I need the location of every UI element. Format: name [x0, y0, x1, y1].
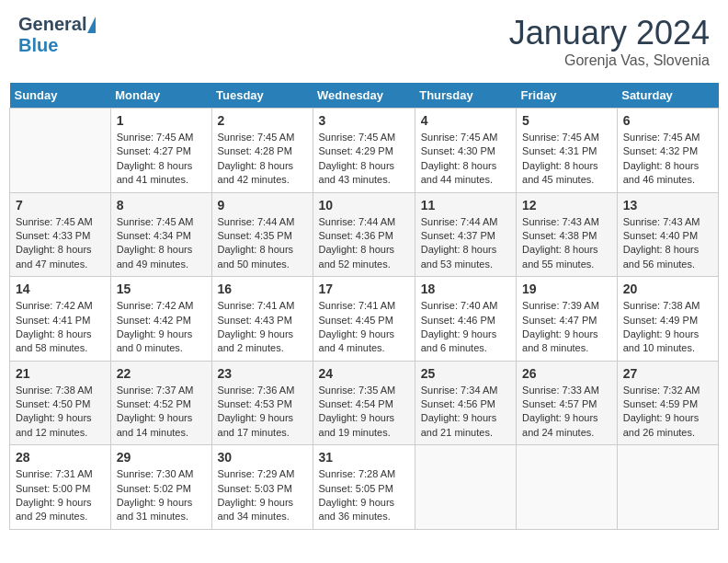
day-info: Sunrise: 7:38 AM Sunset: 4:50 PM Dayligh…: [16, 384, 105, 441]
day-info: Sunrise: 7:38 AM Sunset: 4:49 PM Dayligh…: [623, 299, 712, 356]
day-number: 2: [218, 113, 307, 128]
day-info: Sunrise: 7:37 AM Sunset: 4:52 PM Dayligh…: [117, 384, 206, 441]
calendar-cell: 13Sunrise: 7:43 AM Sunset: 4:40 PM Dayli…: [617, 192, 718, 277]
day-info: Sunrise: 7:45 AM Sunset: 4:27 PM Dayligh…: [117, 131, 206, 188]
calendar-cell: 23Sunrise: 7:36 AM Sunset: 4:53 PM Dayli…: [211, 361, 313, 445]
calendar-cell: 22Sunrise: 7:37 AM Sunset: 4:52 PM Dayli…: [110, 361, 211, 445]
page-container: General Blue January 2024 Gorenja Vas, S…: [9, 9, 719, 530]
calendar-cell: 30Sunrise: 7:29 AM Sunset: 5:03 PM Dayli…: [211, 445, 313, 530]
day-number: 10: [319, 198, 409, 213]
day-number: 18: [421, 282, 510, 296]
day-info: Sunrise: 7:43 AM Sunset: 4:38 PM Dayligh…: [522, 215, 611, 272]
calendar-cell: [617, 445, 718, 530]
day-number: 19: [522, 282, 611, 296]
day-number: 26: [522, 366, 611, 381]
calendar-cell: 5Sunrise: 7:45 AM Sunset: 4:31 PM Daylig…: [517, 109, 618, 193]
calendar-cell: 7Sunrise: 7:45 AM Sunset: 4:33 PM Daylig…: [10, 192, 111, 277]
day-info: Sunrise: 7:28 AM Sunset: 5:05 PM Dayligh…: [319, 467, 409, 524]
day-number: 4: [421, 113, 510, 128]
day-info: Sunrise: 7:30 AM Sunset: 5:02 PM Dayligh…: [117, 467, 206, 524]
logo-general-text: General: [18, 14, 86, 35]
header-wednesday: Wednesday: [313, 83, 415, 109]
calendar-cell: 16Sunrise: 7:41 AM Sunset: 4:43 PM Dayli…: [211, 277, 313, 362]
day-number: 27: [623, 366, 712, 381]
location: Gorenja Vas, Slovenia: [509, 52, 710, 69]
calendar-cell: 17Sunrise: 7:41 AM Sunset: 4:45 PM Dayli…: [313, 277, 415, 362]
day-number: 29: [117, 450, 206, 465]
calendar-cell: 11Sunrise: 7:44 AM Sunset: 4:37 PM Dayli…: [415, 192, 516, 277]
calendar-cell: 31Sunrise: 7:28 AM Sunset: 5:05 PM Dayli…: [313, 445, 415, 530]
day-info: Sunrise: 7:31 AM Sunset: 5:00 PM Dayligh…: [16, 467, 105, 524]
day-info: Sunrise: 7:42 AM Sunset: 4:42 PM Dayligh…: [117, 299, 206, 356]
day-info: Sunrise: 7:34 AM Sunset: 4:56 PM Dayligh…: [421, 384, 510, 441]
day-number: 28: [16, 450, 105, 465]
day-number: 25: [421, 366, 510, 381]
day-number: 14: [16, 282, 105, 296]
header-sunday: Sunday: [10, 83, 111, 109]
calendar-week-5: 28Sunrise: 7:31 AM Sunset: 5:00 PM Dayli…: [10, 445, 719, 530]
calendar-cell: 8Sunrise: 7:45 AM Sunset: 4:34 PM Daylig…: [110, 192, 211, 277]
calendar-week-2: 7Sunrise: 7:45 AM Sunset: 4:33 PM Daylig…: [10, 192, 719, 277]
day-info: Sunrise: 7:35 AM Sunset: 4:54 PM Dayligh…: [319, 384, 409, 441]
day-info: Sunrise: 7:42 AM Sunset: 4:41 PM Dayligh…: [16, 299, 105, 356]
day-info: Sunrise: 7:45 AM Sunset: 4:28 PM Dayligh…: [218, 131, 307, 188]
calendar-cell: 26Sunrise: 7:33 AM Sunset: 4:57 PM Dayli…: [517, 361, 618, 445]
header-tuesday: Tuesday: [211, 83, 313, 109]
day-info: Sunrise: 7:44 AM Sunset: 4:36 PM Dayligh…: [319, 215, 409, 272]
calendar-cell: 27Sunrise: 7:32 AM Sunset: 4:59 PM Dayli…: [617, 361, 718, 445]
logo-blue-text: Blue: [18, 35, 58, 55]
calendar-cell: 3Sunrise: 7:45 AM Sunset: 4:29 PM Daylig…: [313, 109, 415, 193]
calendar-cell: 4Sunrise: 7:45 AM Sunset: 4:30 PM Daylig…: [415, 109, 516, 193]
calendar-cell: 1Sunrise: 7:45 AM Sunset: 4:27 PM Daylig…: [110, 109, 211, 193]
calendar-cell: 12Sunrise: 7:43 AM Sunset: 4:38 PM Dayli…: [517, 192, 618, 277]
day-number: 24: [319, 366, 409, 381]
logo-triangle-icon: [87, 17, 96, 33]
day-info: Sunrise: 7:33 AM Sunset: 4:57 PM Dayligh…: [522, 384, 611, 441]
day-number: 8: [117, 198, 206, 213]
day-number: 21: [16, 366, 105, 381]
calendar-cell: [10, 109, 111, 193]
day-number: 1: [117, 113, 206, 128]
logo: General Blue: [18, 14, 96, 56]
calendar-cell: 25Sunrise: 7:34 AM Sunset: 4:56 PM Dayli…: [415, 361, 516, 445]
day-info: Sunrise: 7:45 AM Sunset: 4:33 PM Dayligh…: [16, 215, 105, 272]
calendar-cell: [517, 445, 618, 530]
calendar-cell: 19Sunrise: 7:39 AM Sunset: 4:47 PM Dayli…: [517, 277, 618, 362]
day-info: Sunrise: 7:44 AM Sunset: 4:35 PM Dayligh…: [218, 215, 307, 272]
calendar-week-3: 14Sunrise: 7:42 AM Sunset: 4:41 PM Dayli…: [10, 277, 719, 362]
day-info: Sunrise: 7:40 AM Sunset: 4:46 PM Dayligh…: [421, 299, 510, 356]
day-number: 20: [623, 282, 712, 296]
day-number: 23: [218, 366, 307, 381]
day-info: Sunrise: 7:32 AM Sunset: 4:59 PM Dayligh…: [623, 384, 712, 441]
calendar-cell: 24Sunrise: 7:35 AM Sunset: 4:54 PM Dayli…: [313, 361, 415, 445]
day-number: 30: [218, 450, 307, 465]
header-monday: Monday: [110, 83, 211, 109]
day-number: 11: [421, 198, 510, 213]
day-info: Sunrise: 7:45 AM Sunset: 4:30 PM Dayligh…: [421, 131, 510, 188]
calendar-week-4: 21Sunrise: 7:38 AM Sunset: 4:50 PM Dayli…: [10, 361, 719, 445]
calendar-week-1: 1Sunrise: 7:45 AM Sunset: 4:27 PM Daylig…: [10, 109, 719, 193]
calendar-cell: 15Sunrise: 7:42 AM Sunset: 4:42 PM Dayli…: [110, 277, 211, 362]
month-title: January 2024: [509, 14, 710, 52]
day-number: 9: [218, 198, 307, 213]
calendar-cell: 9Sunrise: 7:44 AM Sunset: 4:35 PM Daylig…: [211, 192, 313, 277]
day-info: Sunrise: 7:29 AM Sunset: 5:03 PM Dayligh…: [218, 467, 307, 524]
day-info: Sunrise: 7:45 AM Sunset: 4:31 PM Dayligh…: [522, 131, 611, 188]
calendar-cell: 29Sunrise: 7:30 AM Sunset: 5:02 PM Dayli…: [110, 445, 211, 530]
header-saturday: Saturday: [617, 83, 718, 109]
header-friday: Friday: [517, 83, 618, 109]
day-number: 3: [319, 113, 409, 128]
day-number: 13: [623, 198, 712, 213]
day-info: Sunrise: 7:45 AM Sunset: 4:29 PM Dayligh…: [319, 131, 409, 188]
calendar-cell: 14Sunrise: 7:42 AM Sunset: 4:41 PM Dayli…: [10, 277, 111, 362]
day-info: Sunrise: 7:41 AM Sunset: 4:43 PM Dayligh…: [218, 299, 307, 356]
day-number: 16: [218, 282, 307, 296]
day-number: 22: [117, 366, 206, 381]
calendar-table: Sunday Monday Tuesday Wednesday Thursday…: [9, 83, 719, 530]
calendar-cell: [415, 445, 516, 530]
day-number: 15: [117, 282, 206, 296]
day-info: Sunrise: 7:45 AM Sunset: 4:32 PM Dayligh…: [623, 131, 712, 188]
day-number: 17: [319, 282, 409, 296]
calendar-cell: 10Sunrise: 7:44 AM Sunset: 4:36 PM Dayli…: [313, 192, 415, 277]
day-number: 7: [16, 198, 105, 213]
